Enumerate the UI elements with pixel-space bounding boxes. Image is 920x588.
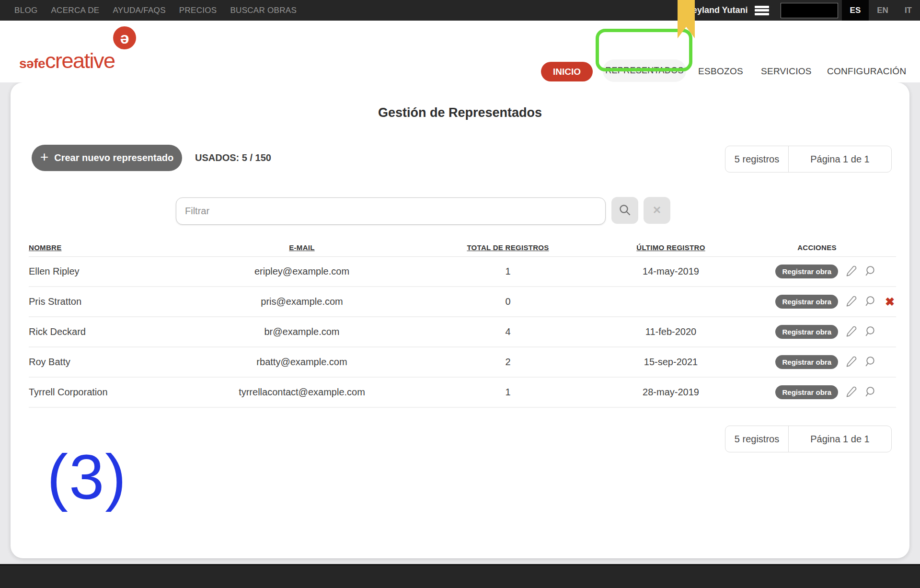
search-icon bbox=[619, 204, 631, 218]
lang-it[interactable]: IT bbox=[897, 0, 920, 21]
cell-last-date: 11-feb-2020 bbox=[604, 326, 738, 337]
pencil-icon bbox=[845, 265, 858, 279]
pencil-icon bbox=[845, 295, 858, 309]
topbar-right: Weyland Yutani ES EN IT bbox=[684, 0, 920, 21]
view-button[interactable] bbox=[864, 386, 877, 399]
registrar-obra-button[interactable]: Registrar obra bbox=[775, 385, 838, 399]
pencil-icon bbox=[845, 355, 858, 369]
tab-esbozos[interactable]: ESBOZOS bbox=[698, 66, 743, 77]
cell-total: 0 bbox=[412, 296, 604, 307]
logo-word-creative: creative bbox=[45, 48, 115, 73]
edit-button[interactable] bbox=[844, 265, 858, 278]
edit-button[interactable] bbox=[844, 386, 858, 399]
column-header-acciones: ACCIONES bbox=[738, 243, 896, 252]
registrar-obra-button[interactable]: Registrar obra bbox=[775, 265, 838, 278]
menu-icon[interactable] bbox=[755, 6, 769, 15]
pencil-icon bbox=[845, 325, 858, 339]
pagination-top: 5 registros Página 1 de 1 bbox=[725, 146, 892, 173]
delete-button[interactable]: ✖ bbox=[885, 296, 895, 308]
cell-name: Rick Deckard bbox=[29, 326, 192, 337]
column-header-nombre[interactable]: NOMBRE bbox=[29, 243, 192, 252]
column-header-email[interactable]: E-MAIL bbox=[192, 243, 412, 252]
page-indicator[interactable]: Página 1 de 1 bbox=[789, 146, 891, 172]
representados-table: NOMBRE E-MAIL TOTAL DE REGISTROS ÚLTIMO … bbox=[29, 239, 896, 408]
topbar-search-box[interactable] bbox=[781, 3, 838, 18]
registrar-obra-button[interactable]: Registrar obra bbox=[775, 355, 838, 369]
filter-clear-button[interactable]: ✕ bbox=[644, 197, 670, 224]
topbar-link-buscar-obras[interactable]: BUSCAR OBRAS bbox=[230, 6, 297, 15]
view-button[interactable] bbox=[864, 356, 877, 369]
cell-email: eripley@example.com bbox=[192, 266, 412, 277]
edit-button[interactable] bbox=[844, 325, 858, 339]
view-button[interactable] bbox=[864, 325, 877, 339]
filter-search-button[interactable] bbox=[611, 197, 638, 224]
cell-actions: Registrar obra ✖ bbox=[738, 265, 896, 278]
lang-es[interactable]: ES bbox=[842, 0, 869, 21]
page-title: Gestión de Representados bbox=[11, 105, 909, 120]
cell-total: 2 bbox=[412, 357, 604, 368]
pagination-bottom: 5 registros Página 1 de 1 bbox=[725, 426, 892, 452]
main-card: Gestión de Representados + Crear nuevo r… bbox=[11, 82, 909, 558]
cell-actions: Registrar obra ✖ bbox=[738, 385, 896, 399]
cell-last-date: 15-sep-2021 bbox=[604, 357, 738, 368]
tab-servicios[interactable]: SERVICIOS bbox=[761, 66, 812, 77]
cell-total: 1 bbox=[412, 266, 604, 277]
magnifier-icon bbox=[864, 265, 877, 279]
logo-word-safe: səfe bbox=[19, 56, 45, 71]
cell-actions: Registrar obra ✖ bbox=[738, 355, 896, 369]
table-row: Pris Stratton pris@example.com 0 Registr… bbox=[29, 287, 896, 317]
column-header-total[interactable]: TOTAL DE REGISTROS bbox=[412, 243, 604, 252]
table-row: Rick Deckard br@example.com 4 11-feb-202… bbox=[29, 317, 896, 347]
cell-email: rbatty@example.com bbox=[192, 357, 412, 368]
topbar-link-acerca-de[interactable]: ACERCA DE bbox=[51, 6, 99, 15]
table-row: Tyrrell Corporation tyrrellacontact@exam… bbox=[29, 378, 896, 408]
cell-name: Ellen Ripley bbox=[29, 266, 192, 277]
records-count[interactable]: 5 registros bbox=[725, 426, 789, 452]
edit-button[interactable] bbox=[844, 356, 858, 369]
edit-button[interactable] bbox=[844, 295, 858, 309]
registrar-obra-button[interactable]: Registrar obra bbox=[775, 295, 838, 309]
create-representado-label: Crear nuevo representado bbox=[54, 152, 173, 163]
topbar-link-precios[interactable]: PRECIOS bbox=[179, 6, 217, 15]
view-button[interactable] bbox=[864, 265, 877, 278]
table-row: Roy Batty rbatty@example.com 2 15-sep-20… bbox=[29, 347, 896, 378]
topbar-links: BLOG ACERCA DE AYUDA/FAQS PRECIOS BUSCAR… bbox=[0, 6, 297, 15]
column-header-ultimo[interactable]: ÚLTIMO REGISTRO bbox=[604, 243, 738, 252]
cell-actions: Registrar obra ✖ bbox=[738, 295, 896, 309]
registrar-obra-button[interactable]: Registrar obra bbox=[775, 325, 838, 339]
header: səfecreative ə INICIO REPRESENTADOS ESBO… bbox=[0, 21, 920, 82]
lang-en[interactable]: EN bbox=[869, 0, 897, 21]
topbar-link-ayuda-faqs[interactable]: AYUDA/FAQS bbox=[113, 6, 165, 15]
cell-last-date: 28-may-2019 bbox=[604, 387, 738, 398]
tab-inicio[interactable]: INICIO bbox=[541, 62, 593, 81]
create-representado-button[interactable]: + Crear nuevo representado bbox=[32, 145, 182, 171]
magnifier-icon bbox=[864, 295, 877, 309]
view-button[interactable] bbox=[864, 295, 877, 309]
cell-last-date: 14-may-2019 bbox=[604, 266, 738, 277]
tab-representados[interactable]: REPRESENTADOS bbox=[603, 59, 686, 82]
topbar-link-blog[interactable]: BLOG bbox=[14, 6, 37, 15]
cell-email: br@example.com bbox=[192, 326, 412, 337]
page-indicator[interactable]: Página 1 de 1 bbox=[789, 426, 891, 452]
cell-total: 4 bbox=[412, 326, 604, 337]
cell-name: Roy Batty bbox=[29, 357, 192, 368]
magnifier-icon bbox=[864, 325, 877, 339]
pencil-icon bbox=[845, 385, 858, 400]
language-switcher: ES EN IT bbox=[842, 0, 920, 21]
filter-input[interactable] bbox=[176, 197, 606, 225]
footer bbox=[0, 564, 920, 588]
close-icon: ✕ bbox=[653, 204, 661, 217]
safecreative-logo[interactable]: səfecreative ə bbox=[19, 48, 115, 73]
table-header-row: NOMBRE E-MAIL TOTAL DE REGISTROS ÚLTIMO … bbox=[29, 239, 896, 257]
cell-email: pris@example.com bbox=[192, 296, 412, 307]
topbar: BLOG ACERCA DE AYUDA/FAQS PRECIOS BUSCAR… bbox=[0, 0, 920, 21]
cell-name: Tyrrell Corporation bbox=[29, 387, 192, 398]
usage-counter: USADOS: 5 / 150 bbox=[195, 145, 271, 171]
magnifier-icon bbox=[864, 385, 877, 400]
magnifier-icon bbox=[864, 355, 877, 369]
tab-configuracion[interactable]: CONFIGURACIÓN bbox=[827, 66, 906, 77]
plus-icon: + bbox=[40, 150, 49, 164]
cell-email: tyrrellacontact@example.com bbox=[192, 387, 412, 398]
records-count[interactable]: 5 registros bbox=[725, 146, 789, 172]
cell-actions: Registrar obra ✖ bbox=[738, 325, 896, 339]
